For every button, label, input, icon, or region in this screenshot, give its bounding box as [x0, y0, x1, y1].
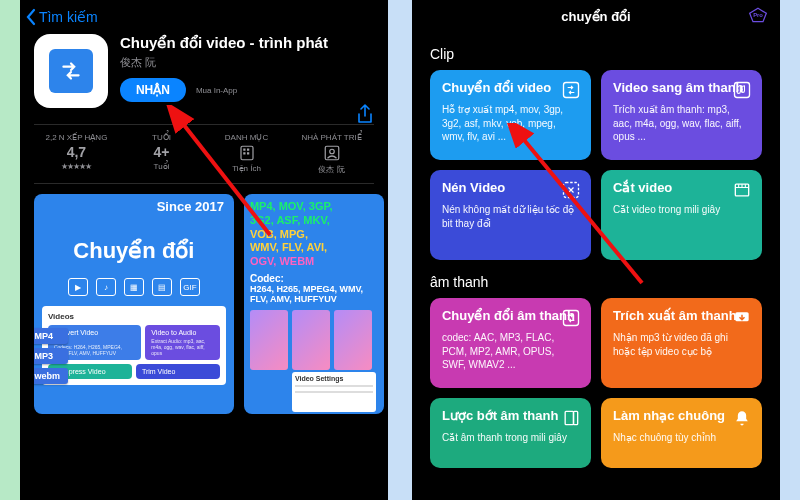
card-extract-audio[interactable]: Trích xuất âm thanh Nhận mp3 từ video đã… — [601, 298, 762, 388]
app-icon[interactable] — [34, 34, 108, 108]
card-compress-video[interactable]: Nén Video Nén không mất dữ liệu tốc độ b… — [430, 170, 591, 260]
app-info-bar[interactable]: 2,2 N XẾP HẠNG 4,7 ★★★★★ TUỔI 4+ Tuổi DA… — [34, 124, 374, 184]
audio-icon — [732, 80, 752, 100]
bg-strip-mid — [388, 0, 412, 500]
category-icon — [238, 144, 256, 162]
back-button[interactable]: Tìm kiếm — [20, 6, 388, 32]
svg-rect-15 — [565, 411, 573, 424]
convert-icon — [561, 80, 581, 100]
appstore-screen: Tìm kiếm Chuyển đổi video - trình phát 俊… — [20, 0, 388, 500]
app-developer[interactable]: 俊杰 阮 — [120, 55, 374, 70]
share-button[interactable] — [356, 104, 374, 130]
svg-rect-2 — [247, 149, 249, 151]
svg-rect-9 — [564, 83, 579, 98]
card-trim-audio[interactable]: Lược bớt âm thanh Cắt âm thanh trong mil… — [430, 398, 591, 468]
music-icon: ♪ — [96, 278, 116, 296]
card-ringtone[interactable]: Làm nhạc chuông Nhạc chuông tùy chỉnh — [601, 398, 762, 468]
app-header: Chuyển đổi video - trình phát 俊杰 阮 NHẬN … — [20, 32, 388, 116]
svg-point-6 — [329, 149, 334, 154]
gif-icon: GIF — [180, 278, 200, 296]
get-button[interactable]: NHẬN — [120, 78, 186, 102]
iap-label: Mua In-App — [196, 86, 237, 95]
svg-rect-1 — [243, 149, 245, 151]
doc-icon: ▤ — [152, 278, 172, 296]
download-icon — [732, 308, 752, 328]
convert-icon — [561, 308, 581, 328]
svg-rect-3 — [243, 152, 245, 154]
compress-icon — [561, 180, 581, 200]
section-clip: Clip — [412, 32, 780, 70]
svg-text:Pro: Pro — [753, 13, 763, 19]
screen-title-bar: chuyển đổi Pro — [412, 6, 780, 26]
film-icon — [732, 180, 752, 200]
card-convert-audio[interactable]: Chuyển đổi âm thanh codec: AAC, MP3, FLA… — [430, 298, 591, 388]
app-screen: chuyển đổi Pro Clip Chuyển đổi video Hỗ … — [412, 0, 780, 500]
person-icon — [323, 144, 341, 162]
svg-rect-10 — [735, 83, 750, 98]
chevron-left-icon — [25, 8, 37, 26]
convert-icon — [58, 58, 84, 84]
app-title: Chuyển đổi video - trình phát — [120, 34, 374, 52]
section-audio: âm thanh — [412, 260, 780, 298]
pro-badge[interactable]: Pro — [748, 6, 768, 27]
screenshot-2: MP4, MOV, 3GP, 3G2, ASF, MKV, VOB, MPG, … — [244, 194, 384, 414]
bell-icon — [732, 408, 752, 428]
screenshots-row[interactable]: Since 2017 Chuyển đổi ▶ ♪ ▦ ▤ GIF Videos… — [20, 184, 388, 414]
back-label: Tìm kiếm — [39, 9, 98, 25]
trim-icon — [561, 408, 581, 428]
since-badge: Since 2017 — [157, 200, 224, 214]
info-rating: 2,2 N XẾP HẠNG 4,7 ★★★★★ — [34, 133, 119, 175]
info-developer: NHÀ PHÁT TRIỂ 俊杰 阮 — [289, 133, 374, 175]
screen-title: chuyển đổi — [561, 9, 630, 24]
bg-strip-right — [780, 0, 800, 500]
format-tags: .MP4 .MP3 .webm — [34, 328, 68, 384]
youtube-icon: ▶ — [68, 278, 88, 296]
info-age: TUỔI 4+ Tuổi — [119, 133, 204, 175]
svg-rect-13 — [564, 311, 579, 326]
svg-rect-16 — [574, 411, 578, 424]
ss-title: Chuyển đổi — [42, 238, 226, 264]
info-category: DANH MỤC Tiện Ích — [204, 133, 289, 175]
svg-rect-4 — [247, 152, 249, 154]
screenshot-1: Since 2017 Chuyển đổi ▶ ♪ ▦ ▤ GIF Videos… — [34, 194, 234, 414]
card-convert-video[interactable]: Chuyển đổi video Hỗ trợ xuất mp4, mov, 3… — [430, 70, 591, 160]
image-icon: ▦ — [124, 278, 144, 296]
bg-strip-left — [0, 0, 20, 500]
card-video-to-audio[interactable]: Video sang âm thanh Trích xuất âm thanh:… — [601, 70, 762, 160]
card-cut-video[interactable]: Cắt video Cắt video trong mili giây — [601, 170, 762, 260]
